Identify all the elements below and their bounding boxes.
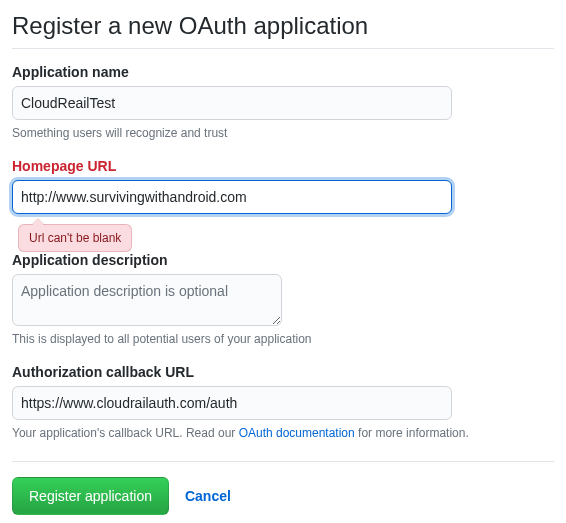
callback-url-input[interactable]: [12, 386, 452, 420]
callback-url-note: Your application's callback URL. Read ou…: [12, 426, 554, 443]
callback-note-suffix: for more information.: [355, 426, 469, 440]
oauth-documentation-link[interactable]: OAuth documentation: [239, 426, 355, 440]
description-note: This is displayed to all potential users…: [12, 332, 554, 349]
description-textarea[interactable]: [12, 274, 282, 326]
app-name-note: Something users will recognize and trust: [12, 126, 554, 143]
homepage-url-input[interactable]: [12, 180, 452, 214]
description-group: Application description This is displaye…: [12, 252, 554, 349]
page-title: Register a new OAuth application: [12, 12, 554, 49]
description-label: Application description: [12, 252, 554, 268]
app-name-group: Application name Something users will re…: [12, 64, 554, 143]
register-application-button[interactable]: Register application: [12, 477, 169, 515]
callback-note-prefix: Your application's callback URL. Read ou…: [12, 426, 239, 440]
homepage-url-error-tooltip: Url can't be blank: [18, 224, 132, 252]
callback-url-group: Authorization callback URL Your applicat…: [12, 364, 554, 462]
cancel-button[interactable]: Cancel: [185, 488, 231, 504]
homepage-url-group: Homepage URL Url can't be blank: [12, 158, 554, 237]
app-name-input[interactable]: [12, 86, 452, 120]
app-name-label: Application name: [12, 64, 554, 80]
form-actions: Register application Cancel: [12, 477, 554, 515]
callback-url-label: Authorization callback URL: [12, 364, 554, 380]
homepage-url-label: Homepage URL: [12, 158, 554, 174]
